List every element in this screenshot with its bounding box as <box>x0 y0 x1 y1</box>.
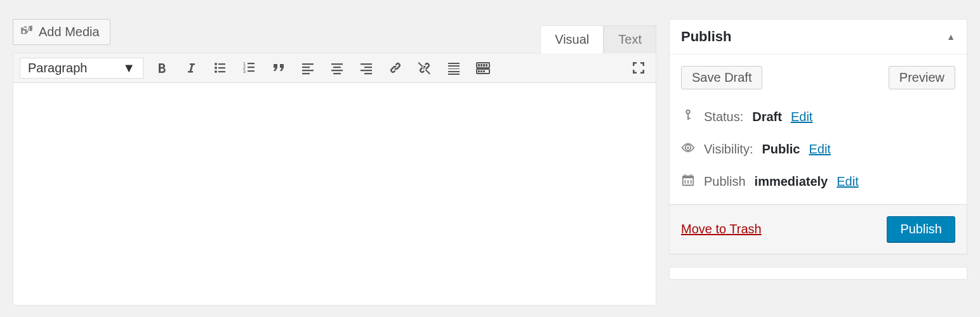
status-value: Draft <box>752 110 782 124</box>
editor-column: Add Media Visual Text Paragraph ▼ 123 <box>13 19 656 306</box>
publish-box: Publish ▲ Save Draft Preview Status: Dra… <box>669 19 967 254</box>
fullscreen-icon[interactable] <box>628 57 649 79</box>
align-right-icon[interactable] <box>355 57 377 79</box>
svg-rect-36 <box>480 70 482 72</box>
svg-rect-28 <box>448 74 460 75</box>
svg-rect-40 <box>687 118 691 119</box>
collapse-icon[interactable]: ▲ <box>946 32 955 42</box>
svg-rect-35 <box>478 70 480 72</box>
link-icon[interactable] <box>385 57 406 79</box>
editor-wrap: Paragraph ▼ 123 <box>13 53 656 306</box>
svg-rect-46 <box>685 180 686 184</box>
svg-rect-27 <box>448 71 460 72</box>
svg-text:3: 3 <box>243 69 246 74</box>
unlink-icon[interactable] <box>414 57 435 79</box>
key-icon <box>681 108 695 126</box>
svg-rect-24 <box>448 63 460 64</box>
svg-rect-23 <box>364 73 372 74</box>
publish-button[interactable]: Publish <box>887 216 955 242</box>
toolbar-toggle-icon[interactable] <box>472 57 494 79</box>
svg-rect-47 <box>687 180 689 184</box>
svg-point-38 <box>686 110 690 114</box>
eye-icon <box>681 141 695 158</box>
svg-rect-15 <box>302 73 310 74</box>
tab-visual[interactable]: Visual <box>540 25 604 53</box>
svg-rect-18 <box>331 70 343 71</box>
status-row: Status: Draft Edit <box>681 101 955 133</box>
sidebar-column: Publish ▲ Save Draft Preview Status: Dra… <box>669 19 967 280</box>
editor-toolbar: Paragraph ▼ 123 <box>13 53 656 83</box>
tab-text[interactable]: Text <box>604 25 656 53</box>
schedule-row: Publish immediately Edit <box>681 165 955 198</box>
svg-rect-1 <box>218 63 225 65</box>
camera-music-icon <box>20 23 34 41</box>
svg-rect-7 <box>248 63 255 64</box>
svg-point-0 <box>215 63 217 65</box>
svg-rect-30 <box>478 64 480 67</box>
svg-rect-43 <box>683 176 694 179</box>
schedule-label: Publish <box>704 174 746 189</box>
svg-rect-13 <box>302 67 310 68</box>
next-postbox <box>669 267 967 280</box>
svg-rect-25 <box>448 65 460 67</box>
major-publishing-actions: Move to Trash Publish <box>670 204 967 254</box>
svg-rect-20 <box>361 63 372 65</box>
chevron-down-icon: ▼ <box>122 61 135 75</box>
svg-rect-37 <box>483 70 485 72</box>
edit-schedule-link[interactable]: Edit <box>837 174 858 189</box>
editor-content[interactable] <box>13 83 656 305</box>
blockquote-icon[interactable] <box>268 57 289 79</box>
svg-rect-11 <box>248 70 255 72</box>
svg-rect-44 <box>685 174 686 178</box>
calendar-icon <box>681 173 695 190</box>
svg-rect-45 <box>691 174 692 178</box>
svg-rect-5 <box>218 71 225 72</box>
read-more-icon[interactable] <box>443 57 465 79</box>
schedule-value: immediately <box>755 174 828 189</box>
svg-rect-16 <box>331 63 343 65</box>
svg-point-41 <box>687 146 689 149</box>
misc-publishing-actions: Status: Draft Edit Visibility: Public Ed… <box>670 101 967 204</box>
svg-rect-22 <box>361 70 372 71</box>
bold-icon[interactable] <box>151 57 173 79</box>
svg-rect-14 <box>302 70 314 71</box>
publish-box-header[interactable]: Publish ▲ <box>670 20 967 55</box>
add-media-button[interactable]: Add Media <box>13 19 110 45</box>
save-draft-button[interactable]: Save Draft <box>681 66 762 89</box>
svg-rect-48 <box>691 180 692 184</box>
add-media-label: Add Media <box>39 25 100 39</box>
publish-title: Publish <box>681 29 731 45</box>
svg-point-4 <box>215 70 217 73</box>
status-label: Status: <box>704 110 743 124</box>
format-select-label: Paragraph <box>28 61 87 75</box>
move-to-trash-link[interactable]: Move to Trash <box>681 222 762 236</box>
visibility-label: Visibility: <box>704 142 753 157</box>
svg-rect-26 <box>448 68 460 69</box>
minor-publishing-actions: Save Draft Preview <box>670 55 967 101</box>
align-center-icon[interactable] <box>326 57 348 79</box>
edit-visibility-link[interactable]: Edit <box>809 142 830 157</box>
svg-rect-12 <box>302 63 314 65</box>
italic-icon[interactable] <box>180 57 202 79</box>
format-select[interactable]: Paragraph ▼ <box>20 58 143 79</box>
preview-button[interactable]: Preview <box>889 66 955 89</box>
svg-rect-33 <box>486 64 487 67</box>
svg-rect-39 <box>687 113 689 120</box>
bullet-list-icon[interactable] <box>209 57 231 79</box>
svg-point-2 <box>215 67 217 69</box>
svg-rect-9 <box>248 67 255 68</box>
visibility-row: Visibility: Public Edit <box>681 133 955 165</box>
svg-rect-32 <box>483 64 485 67</box>
svg-rect-3 <box>218 67 225 68</box>
visibility-value: Public <box>762 142 800 157</box>
svg-rect-31 <box>480 64 482 67</box>
svg-rect-21 <box>364 67 372 68</box>
svg-rect-17 <box>333 67 341 68</box>
edit-status-link[interactable]: Edit <box>791 110 812 124</box>
numbered-list-icon[interactable]: 123 <box>239 57 260 79</box>
align-left-icon[interactable] <box>297 57 319 79</box>
svg-rect-19 <box>333 73 341 74</box>
